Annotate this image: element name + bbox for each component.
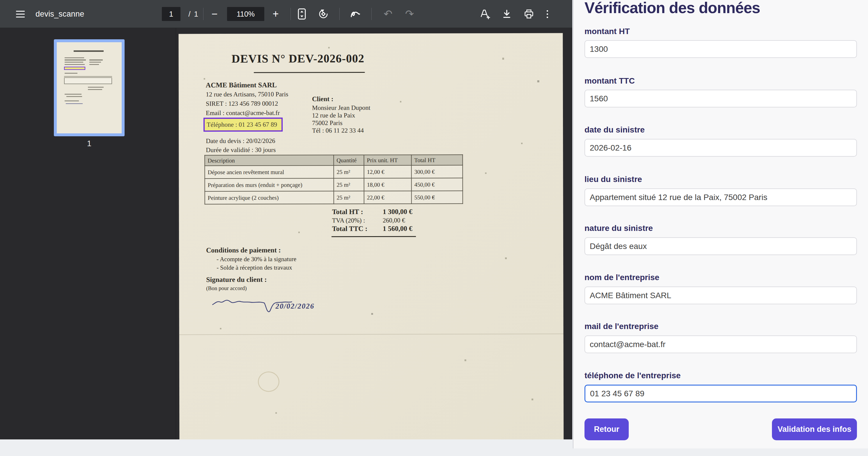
- thumbnail-page-number: 1: [54, 139, 125, 148]
- redo-icon: ↷: [405, 8, 414, 20]
- print-icon: [524, 9, 534, 19]
- montant-ttc-input[interactable]: [585, 90, 857, 108]
- field-label-telephone-entreprise: téléphone de l'entreprise: [585, 371, 857, 380]
- toolbar-divider: [371, 8, 372, 20]
- client-name: Monsieur Jean Dupont: [312, 104, 370, 112]
- download-icon: [501, 9, 512, 19]
- company-email: Email : contact@acme-bat.fr: [206, 108, 288, 118]
- kebab-icon: [547, 10, 548, 18]
- signature-block: Signature du client : (Bon pour accord) …: [206, 275, 267, 292]
- field-label-nature-sinistre: nature du sinistre: [585, 224, 857, 233]
- page-number-input[interactable]: [162, 7, 181, 21]
- signature-date: 20/02/2026: [275, 301, 314, 311]
- retour-button[interactable]: Retour: [585, 419, 629, 440]
- thumbnail-page-preview: [57, 42, 122, 133]
- field-label-date-sinistre: date du sinistre: [585, 125, 857, 134]
- devis-title: DEVIS N° DEV-2026-002: [222, 52, 374, 65]
- payment-item: - Solde à réception des travaux: [206, 264, 296, 272]
- table-row: Peinture acrylique (2 couches) 25 m² 22,…: [205, 191, 463, 204]
- zoom-in-button[interactable]: +: [268, 7, 283, 21]
- total-ht-value: 1 300,00 €: [379, 208, 412, 216]
- field-label-lieu-sinistre: lieu du sinistre: [585, 175, 857, 184]
- client-address2: 75002 Paris: [312, 119, 370, 127]
- pen-scribble-icon: [349, 9, 361, 19]
- company-siret: SIRET : 123 456 789 00012: [206, 99, 288, 109]
- print-button[interactable]: [522, 7, 536, 21]
- more-options-button[interactable]: [542, 7, 553, 21]
- cell: 25 m²: [334, 165, 364, 178]
- cell: 22,00 €: [364, 191, 411, 204]
- field-label-mail-entreprise: mail de l'entreprise: [585, 322, 857, 331]
- cell: 12,00 €: [364, 165, 411, 178]
- menu-button[interactable]: [13, 7, 27, 21]
- fit-page-button[interactable]: [294, 7, 309, 21]
- total-ttc-label: Total TTC :: [332, 224, 379, 233]
- total-ht-label: Total HT :: [332, 208, 379, 216]
- cell: Préparation des murs (enduit + ponçage): [205, 178, 334, 191]
- field-label-montant-ttc: montant TTC: [585, 76, 857, 86]
- draw-annotation-button[interactable]: [348, 7, 363, 21]
- lieu-sinistre-input[interactable]: [585, 188, 857, 206]
- validation-infos-button[interactable]: Validation des infos: [772, 419, 857, 440]
- zoom-out-button[interactable]: −: [207, 7, 222, 21]
- zoom-level-input[interactable]: [227, 7, 264, 21]
- pdf-viewer: devis_scanne / 1 − +: [0, 0, 572, 439]
- cell: 25 m²: [334, 178, 364, 191]
- table-header-row: Description Quantité Prix unit. HT Total…: [205, 155, 463, 166]
- nature-sinistre-input[interactable]: [585, 237, 857, 255]
- toolbar-divider: [339, 8, 340, 20]
- tva-value: 260,00 €: [379, 216, 405, 224]
- cell: 300,00 €: [411, 165, 463, 178]
- hamburger-icon: [16, 11, 25, 18]
- devis-validity: Durée de validité : 30 jours: [206, 145, 276, 155]
- download-button[interactable]: [499, 7, 514, 21]
- page-count: / 1: [185, 7, 202, 21]
- payment-conditions-block: Conditions de paiement : - Acompte de 30…: [206, 245, 296, 272]
- add-text-annotation-button[interactable]: [477, 7, 492, 21]
- signature-note: (Bon pour accord): [206, 284, 267, 292]
- field-label-nom-entreprise: nom de l'entreprise: [585, 273, 857, 282]
- date-sinistre-input[interactable]: [585, 139, 857, 157]
- page-thumbnail[interactable]: [54, 39, 125, 136]
- pdf-toolbar: devis_scanne / 1 − +: [0, 0, 572, 28]
- page-separator: /: [188, 10, 190, 19]
- date-block: Date du devis : 20/02/2026 Durée de vali…: [206, 136, 276, 155]
- nom-entreprise-input[interactable]: [585, 286, 857, 304]
- undo-icon: ↶: [384, 8, 392, 20]
- scanned-page: DEVIS N° DEV-2026-002 ACME Bâtiment SARL…: [179, 33, 563, 439]
- table-row: Dépose ancien revêtement mural 25 m² 12,…: [205, 165, 463, 179]
- telephone-entreprise-input[interactable]: [585, 385, 857, 402]
- document-pane: DEVIS N° DEV-2026-002 ACME Bâtiment SARL…: [176, 28, 572, 439]
- client-address1: 12 rue de la Paix: [312, 112, 370, 119]
- fit-page-icon: [298, 8, 306, 20]
- col-quantity: Quantité: [334, 155, 364, 165]
- add-text-icon: [479, 8, 491, 20]
- montant-ht-input[interactable]: [585, 40, 857, 58]
- paper-crease: [179, 334, 563, 335]
- col-unit-price: Prix unit. HT: [364, 155, 411, 165]
- undo-button[interactable]: ↶: [381, 7, 395, 21]
- toolbar-divider: [290, 8, 291, 20]
- line-items-table: Description Quantité Prix unit. HT Total…: [204, 154, 463, 205]
- mail-entreprise-input[interactable]: [585, 335, 857, 353]
- toolbar-divider: [203, 8, 204, 20]
- document-title: devis_scanne: [35, 7, 85, 21]
- cell: 450,00 €: [411, 178, 463, 191]
- totals-underline: [332, 236, 416, 237]
- payment-item: - Acompte de 30% à la signature: [206, 255, 296, 264]
- panel-title: Vérification des données: [585, 0, 864, 17]
- client-block: Client : Monsieur Jean Dupont 12 rue de …: [312, 94, 371, 134]
- cell: 25 m²: [334, 191, 364, 204]
- rotate-button[interactable]: [316, 7, 331, 21]
- totals-block: Total HT :1 300,00 € TVA (20%) :260,00 €…: [332, 208, 412, 233]
- devis-date: Date du devis : 20/02/2026: [206, 136, 276, 146]
- rotate-icon: [318, 8, 329, 20]
- cell: Dépose ancien revêtement mural: [205, 165, 334, 179]
- company-block: ACME Bâtiment SARL 12 rue des Artisans, …: [206, 80, 288, 118]
- app-screen: devis_scanne / 1 − +: [0, 0, 868, 456]
- cell: 18,00 €: [364, 178, 411, 191]
- paper-stain: [258, 371, 279, 392]
- page-total: 1: [194, 10, 198, 19]
- redo-button[interactable]: ↷: [402, 7, 417, 21]
- col-total: Total HT: [411, 155, 463, 165]
